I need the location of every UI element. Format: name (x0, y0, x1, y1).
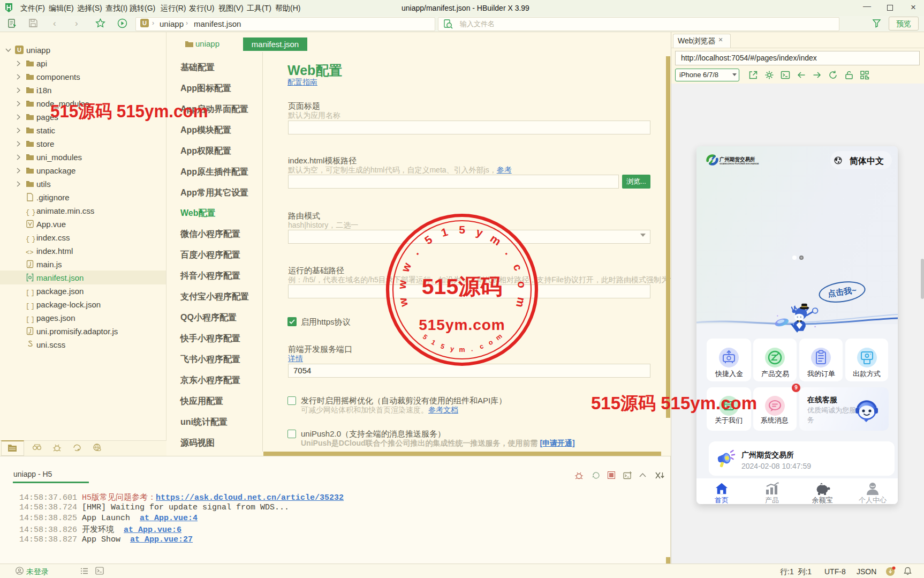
svg-text:m: m (459, 346, 465, 354)
svg-text:515源码: 515源码 (422, 274, 502, 299)
svg-text:m: m (494, 332, 503, 342)
svg-text:m: m (514, 296, 528, 309)
svg-text:w: w (396, 296, 410, 308)
svg-text:.: . (471, 345, 474, 352)
svg-text:w: w (396, 279, 408, 290)
svg-text:c: c (511, 262, 525, 273)
svg-text:y: y (450, 345, 455, 353)
svg-text:515ym.com: 515ym.com (419, 317, 505, 333)
svg-text:1: 1 (430, 339, 437, 347)
svg-text:.: . (503, 247, 515, 257)
svg-text:5: 5 (459, 223, 465, 236)
svg-text:1: 1 (440, 226, 449, 239)
svg-text:c: c (479, 342, 484, 351)
svg-text:5: 5 (422, 233, 435, 247)
svg-text:5: 5 (440, 342, 445, 351)
svg-text:o: o (516, 281, 528, 289)
svg-text:.: . (410, 247, 421, 257)
svg-text:m: m (488, 232, 503, 248)
svg-text:w: w (399, 260, 414, 274)
svg-text:5: 5 (421, 333, 429, 341)
svg-text:o: o (487, 338, 495, 347)
svg-text:y: y (475, 226, 484, 239)
